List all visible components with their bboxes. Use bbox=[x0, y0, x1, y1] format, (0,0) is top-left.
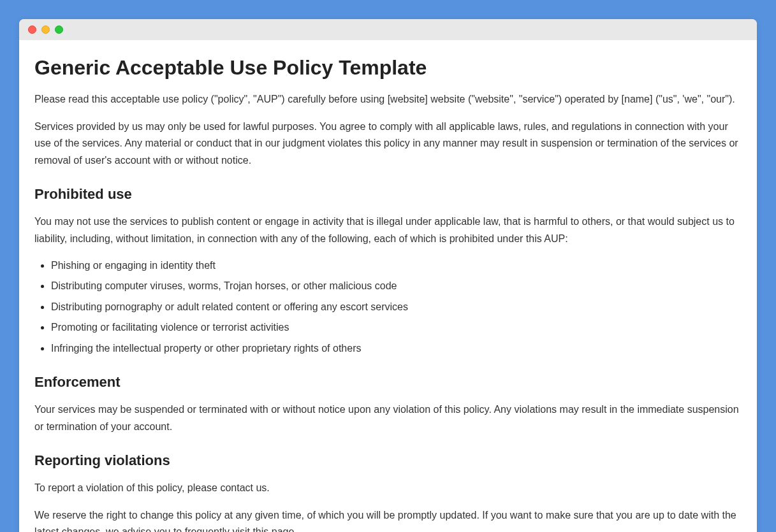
enforcement-body: Your services may be suspended or termin… bbox=[34, 401, 742, 435]
list-item: Distributing pornography or adult relate… bbox=[51, 299, 742, 315]
heading-prohibited-use: Prohibited use bbox=[34, 183, 742, 206]
list-item: Distributing computer viruses, worms, Tr… bbox=[51, 278, 742, 294]
document-content: Generic Acceptable Use Policy Template P… bbox=[19, 40, 757, 532]
page-title: Generic Acceptable Use Policy Template bbox=[34, 55, 742, 80]
window-title-bar bbox=[19, 19, 757, 40]
close-icon[interactable] bbox=[28, 25, 36, 34]
intro-paragraph-2: Services provided by us may only be used… bbox=[34, 119, 742, 169]
document-window: Generic Acceptable Use Policy Template P… bbox=[19, 19, 757, 532]
intro-paragraph-1: Please read this acceptable use policy (… bbox=[34, 91, 742, 108]
prohibited-list: Phishing or engaging in identity theft D… bbox=[34, 257, 742, 357]
heading-enforcement: Enforcement bbox=[34, 371, 742, 394]
reporting-paragraph-1: To report a violation of this policy, pl… bbox=[34, 480, 742, 496]
list-item: Infringing the intellectual property or … bbox=[51, 340, 742, 357]
reporting-paragraph-2: We reserve the right to change this poli… bbox=[34, 507, 742, 532]
heading-reporting-violations: Reporting violations bbox=[34, 449, 742, 472]
minimize-icon[interactable] bbox=[41, 25, 50, 34]
prohibited-body: You may not use the services to publish … bbox=[34, 213, 742, 247]
list-item: Promoting or facilitating violence or te… bbox=[51, 319, 742, 336]
maximize-icon[interactable] bbox=[55, 25, 63, 34]
list-item: Phishing or engaging in identity theft bbox=[51, 257, 742, 274]
